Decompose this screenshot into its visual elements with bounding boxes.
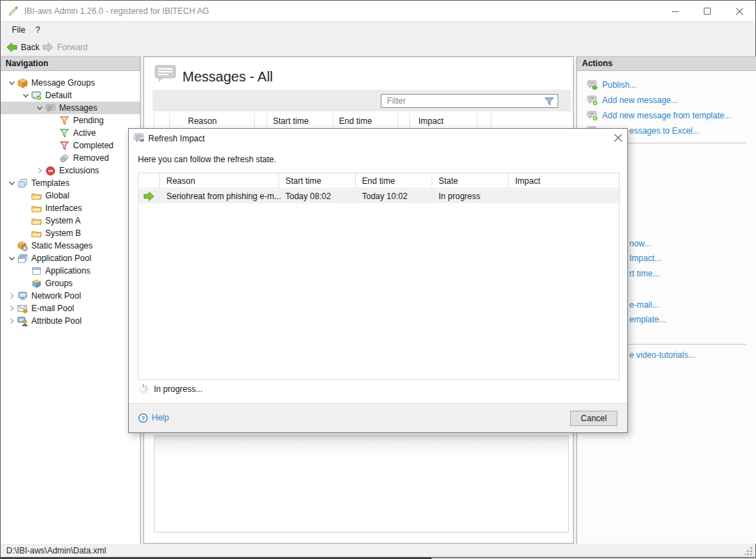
action-email[interactable]: e-mail... — [629, 299, 659, 310]
nav-item-static-messages[interactable]: Static Messages — [1, 239, 140, 252]
resize-grip[interactable] — [745, 547, 753, 556]
action-template[interactable]: emplate... — [629, 314, 666, 325]
column-header-reason[interactable]: Reason — [166, 176, 195, 186]
chevron-right-icon[interactable] — [6, 304, 17, 313]
nav-item-templates[interactable]: Templates — [1, 177, 140, 189]
menu-help[interactable]: ? — [31, 22, 45, 38]
nav-item-groups[interactable]: Groups — [1, 277, 140, 290]
filter-input[interactable] — [381, 95, 542, 107]
nav-item-interfaces[interactable]: Interfaces — [1, 202, 140, 214]
nav-item-applications[interactable]: Applications — [1, 265, 140, 277]
chevron-down-icon[interactable] — [20, 90, 31, 100]
chevron-down-icon[interactable] — [6, 253, 17, 263]
chevron-down-icon[interactable] — [6, 78, 17, 88]
action-add-new-message[interactable]: Add new message... — [587, 95, 678, 106]
menu-bar: File ? — [1, 22, 755, 38]
message-detail-pane — [154, 435, 569, 533]
column-header-start-time[interactable]: Start time — [285, 176, 321, 186]
chevron-down-icon[interactable] — [34, 103, 45, 113]
email-icon — [17, 304, 28, 314]
nav-item-system-a[interactable]: System A — [1, 214, 140, 227]
title-bar: IBI-aws Admin 1.26.0 - registered for IB… — [1, 1, 755, 22]
filter-bar — [152, 90, 571, 111]
publish-icon — [587, 79, 598, 90]
exclusion-icon — [45, 166, 56, 176]
nav-item-system-b[interactable]: System B — [1, 227, 140, 239]
action-add-from-template[interactable]: Add new message from template... — [587, 110, 731, 121]
forward-button[interactable]: Forward — [42, 41, 88, 54]
forward-arrow-icon — [42, 42, 54, 53]
filter-funnel-icon[interactable] — [544, 96, 555, 107]
cell-reason: Seriohreat from phishing e-m... — [166, 191, 281, 201]
folder-icon — [31, 203, 42, 214]
nav-item-exclusions[interactable]: Exclusions — [1, 164, 140, 177]
nav-item-removed[interactable]: Removed — [1, 152, 140, 164]
cancel-button[interactable]: Cancel — [570, 411, 617, 426]
removed-icon — [59, 153, 70, 164]
action-video-tutorials[interactable]: e video-tutorials... — [629, 349, 695, 361]
nav-item-global[interactable]: Global — [1, 189, 140, 202]
funnel-red-icon — [59, 141, 70, 151]
nav-item-default[interactable]: Default — [1, 89, 140, 102]
chevron-down-icon[interactable] — [6, 178, 17, 188]
action-export-excel-label[interactable]: essages to Excel... — [629, 125, 700, 136]
maximize-icon — [703, 7, 711, 15]
filter-field — [381, 94, 558, 108]
dialog-icon — [134, 132, 145, 143]
actions-header: Actions — [577, 57, 756, 71]
chevron-right-icon[interactable] — [6, 291, 17, 301]
refresh-state-table: Reason Start time End time State Impact … — [138, 173, 620, 380]
chevron-right-icon[interactable] — [6, 316, 17, 326]
menu-file[interactable]: File — [8, 22, 29, 38]
navigation-header: Navigation — [1, 57, 140, 71]
dialog-description: Here you can follow the refresh state. — [138, 155, 276, 164]
column-header-end-time[interactable]: End time — [339, 116, 372, 126]
help-icon — [138, 413, 148, 423]
column-header-start-time[interactable]: Start time — [273, 116, 308, 126]
minimize-button[interactable] — [659, 1, 691, 22]
network-icon — [17, 291, 28, 301]
refresh-impact-dialog: Refresh Impact Here you can follow the r… — [128, 128, 628, 433]
nav-item-completed[interactable]: Completed — [1, 139, 140, 152]
page-title: Messages - All — [182, 69, 273, 85]
dialog-close-button[interactable] — [612, 132, 624, 144]
nav-item-active[interactable]: Active — [1, 127, 140, 139]
back-arrow-icon — [6, 42, 17, 53]
action-refresh-impact[interactable]: Impact... — [629, 253, 661, 264]
column-header-state[interactable]: State — [439, 176, 458, 186]
maximize-button[interactable] — [691, 1, 723, 22]
action-now[interactable]: now... — [629, 238, 651, 249]
cell-state: In progress — [439, 191, 480, 201]
attribute-icon — [17, 316, 28, 326]
spinner-icon — [138, 384, 149, 395]
column-header-end-time[interactable]: End time — [362, 176, 395, 186]
refresh-table-row[interactable]: Seriohreat from phishing e-m... Today 08… — [139, 189, 619, 203]
refresh-table-header: Reason Start time End time State Impact — [139, 173, 619, 189]
back-button[interactable]: Back — [6, 41, 40, 54]
nav-item-attribute-pool[interactable]: Attribute Pool — [1, 315, 140, 327]
chevron-right-icon[interactable] — [34, 166, 45, 175]
action-start-time[interactable]: rt time... — [629, 268, 659, 279]
close-button[interactable] — [723, 1, 755, 22]
column-header-reason[interactable]: Reason — [188, 116, 216, 126]
nav-item-message-groups[interactable]: Message Groups — [1, 77, 140, 89]
progress-status: In progress... — [138, 384, 203, 395]
folder-icon — [31, 228, 42, 239]
nav-item-messages[interactable]: Messages — [1, 102, 140, 114]
navigation-tree: Message Groups Default Messages Pending … — [1, 71, 140, 327]
column-header-impact[interactable]: Impact — [515, 176, 540, 186]
nav-item-application-pool[interactable]: Application Pool — [1, 252, 140, 265]
messages-icon — [154, 64, 178, 84]
action-publish[interactable]: Publish... — [587, 79, 636, 90]
application-pool-icon — [17, 253, 28, 264]
funnel-green-icon — [59, 128, 70, 139]
nav-item-email-pool[interactable]: E-mail Pool — [1, 302, 140, 315]
dialog-title: Refresh Impact — [148, 134, 205, 143]
help-link[interactable]: Help — [138, 411, 169, 424]
column-header-impact[interactable]: Impact — [418, 116, 443, 126]
nav-item-pending[interactable]: Pending — [1, 114, 140, 127]
close-icon — [613, 133, 623, 143]
close-icon — [735, 7, 744, 16]
messages-table-header: Reason Start time End time Impact — [145, 113, 572, 129]
nav-item-network-pool[interactable]: Network Pool — [1, 290, 140, 302]
